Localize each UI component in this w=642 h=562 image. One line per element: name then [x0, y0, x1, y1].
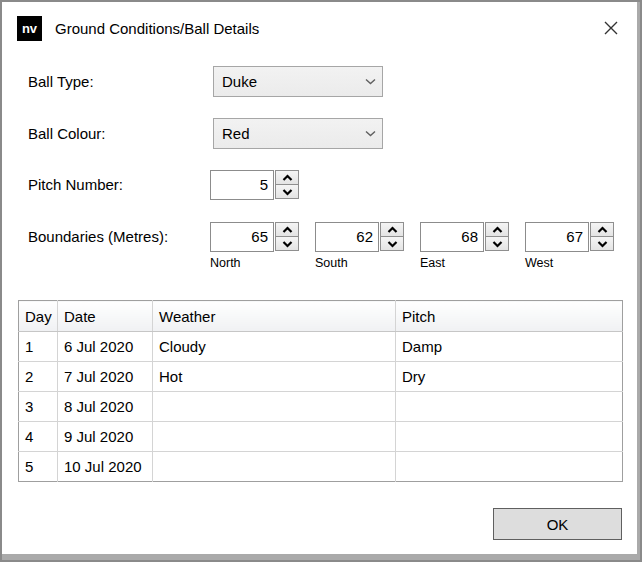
chevron-down-icon — [282, 236, 293, 251]
spinner-down-button[interactable] — [380, 236, 404, 251]
ball-colour-label: Ball Colour: — [28, 126, 106, 142]
spinner-up-button[interactable] — [380, 222, 404, 237]
cell-day: 4 — [19, 422, 58, 452]
table-row[interactable]: 3 8 Jul 2020 — [19, 392, 623, 422]
cell-date: 10 Jul 2020 — [58, 452, 153, 482]
boundary-east-input[interactable]: 68 — [420, 222, 484, 252]
cell-date: 6 Jul 2020 — [58, 332, 153, 362]
boundary-west-label: West — [525, 256, 553, 270]
ball-colour-select[interactable]: Red — [213, 118, 383, 149]
cell-pitch[interactable]: Dry — [396, 362, 623, 392]
ball-colour-value: Red — [214, 125, 358, 142]
pitch-number-input[interactable]: 5 — [210, 170, 274, 200]
ball-type-select[interactable]: Duke — [213, 66, 383, 97]
app-icon: nv — [17, 16, 42, 41]
ball-type-value: Duke — [214, 73, 358, 90]
chevron-up-icon — [282, 170, 293, 185]
chevron-up-icon — [387, 222, 398, 237]
close-icon — [603, 20, 619, 39]
days-table: Day Date Weather Pitch 1 6 Jul 2020 Clou… — [18, 300, 623, 482]
spinner-down-button[interactable] — [485, 236, 509, 251]
table-row[interactable]: 5 10 Jul 2020 — [19, 452, 623, 482]
cell-weather[interactable] — [153, 452, 396, 482]
cell-pitch[interactable] — [396, 452, 623, 482]
cell-pitch[interactable]: Damp — [396, 332, 623, 362]
chevron-down-icon — [597, 236, 608, 251]
table-header-row: Day Date Weather Pitch — [19, 301, 623, 332]
ball-type-label: Ball Type: — [28, 74, 94, 90]
boundary-west-stepper: 67 — [525, 222, 614, 252]
boundary-north-input[interactable]: 65 — [210, 222, 274, 252]
spinner-down-button[interactable] — [275, 184, 299, 199]
spinner-up-button[interactable] — [590, 222, 614, 237]
chevron-down-icon — [282, 184, 293, 199]
cell-date: 7 Jul 2020 — [58, 362, 153, 392]
dialog-window: nv Ground Conditions/Ball Details Ball T… — [0, 0, 642, 562]
window-title: Ground Conditions/Ball Details — [55, 16, 259, 41]
cell-pitch[interactable] — [396, 392, 623, 422]
column-header-weather[interactable]: Weather — [153, 301, 396, 332]
chevron-up-icon — [282, 222, 293, 237]
cell-weather[interactable]: Cloudy — [153, 332, 396, 362]
cell-date: 9 Jul 2020 — [58, 422, 153, 452]
pitch-number-label: Pitch Number: — [28, 177, 123, 193]
chevron-down-icon — [358, 130, 382, 137]
cell-weather[interactable] — [153, 392, 396, 422]
cell-weather[interactable]: Hot — [153, 362, 396, 392]
cell-pitch[interactable] — [396, 422, 623, 452]
chevron-down-icon — [358, 78, 382, 85]
cell-day: 3 — [19, 392, 58, 422]
cell-day: 1 — [19, 332, 58, 362]
spinner-up-button[interactable] — [275, 222, 299, 237]
cell-weather[interactable] — [153, 422, 396, 452]
spinner-down-button[interactable] — [590, 236, 614, 251]
ok-button[interactable]: OK — [493, 508, 622, 540]
spinner-up-button[interactable] — [275, 170, 299, 185]
cell-date: 8 Jul 2020 — [58, 392, 153, 422]
cell-day: 5 — [19, 452, 58, 482]
table-row[interactable]: 4 9 Jul 2020 — [19, 422, 623, 452]
chevron-down-icon — [492, 236, 503, 251]
boundary-east-label: East — [420, 256, 445, 270]
boundary-south-stepper: 62 — [315, 222, 404, 252]
chevron-up-icon — [492, 222, 503, 237]
boundaries-label: Boundaries (Metres): — [28, 229, 168, 245]
spinner-down-button[interactable] — [275, 236, 299, 251]
cell-day: 2 — [19, 362, 58, 392]
chevron-down-icon — [387, 236, 398, 251]
boundary-east-stepper: 68 — [420, 222, 509, 252]
table-row[interactable]: 1 6 Jul 2020 Cloudy Damp — [19, 332, 623, 362]
column-header-day[interactable]: Day — [19, 301, 58, 332]
column-header-date[interactable]: Date — [58, 301, 153, 332]
table-row[interactable]: 2 7 Jul 2020 Hot Dry — [19, 362, 623, 392]
column-header-pitch[interactable]: Pitch — [396, 301, 623, 332]
boundary-south-label: South — [315, 256, 348, 270]
spinner-up-button[interactable] — [485, 222, 509, 237]
pitch-number-stepper: 5 — [210, 170, 299, 200]
boundary-north-stepper: 65 — [210, 222, 299, 252]
boundary-south-input[interactable]: 62 — [315, 222, 379, 252]
close-button[interactable] — [597, 15, 625, 43]
boundary-west-input[interactable]: 67 — [525, 222, 589, 252]
boundary-north-label: North — [210, 256, 241, 270]
chevron-up-icon — [597, 222, 608, 237]
